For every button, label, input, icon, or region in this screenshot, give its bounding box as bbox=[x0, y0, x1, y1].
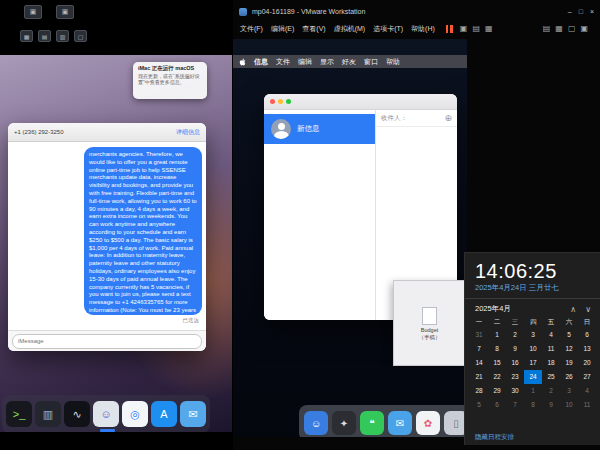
vmware-titlebar: mp04-161189 - VMware Workstation –□× bbox=[233, 5, 600, 18]
mac-menu-5[interactable]: 窗口 bbox=[364, 57, 378, 67]
finder-icon[interactable]: ☺ bbox=[304, 411, 328, 435]
calendar-day[interactable]: 10 bbox=[560, 398, 578, 412]
calendar-day[interactable]: 30 bbox=[506, 384, 524, 398]
calendar-day[interactable]: 8 bbox=[524, 398, 542, 412]
calendar-day[interactable]: 16 bbox=[506, 356, 524, 370]
conversation-item-new-message[interactable]: 新信息 bbox=[264, 114, 375, 144]
calendar-day[interactable]: 2 bbox=[542, 384, 560, 398]
revert-snapshot-icon[interactable]: ▤ bbox=[472, 24, 480, 33]
calendar-day[interactable]: 31 bbox=[470, 328, 488, 342]
add-recipient-icon[interactable]: ⊕ bbox=[444, 113, 452, 123]
calendar-day[interactable]: 23 bbox=[506, 370, 524, 384]
mail-icon[interactable]: ✉ bbox=[180, 401, 206, 427]
calendar-day[interactable]: 1 bbox=[524, 384, 542, 398]
messages-icon[interactable]: ❝ bbox=[360, 411, 384, 435]
pause-vm-icon[interactable] bbox=[446, 25, 453, 33]
calendar-day[interactable]: 27 bbox=[578, 370, 596, 384]
calendar-day[interactable]: 13 bbox=[578, 342, 596, 356]
imessage-input[interactable] bbox=[12, 334, 202, 349]
close-button[interactable] bbox=[270, 99, 275, 104]
mail-icon[interactable]: ✉ bbox=[388, 411, 412, 435]
unity-icon[interactable]: ▣ bbox=[580, 24, 588, 33]
calendar-day[interactable]: 7 bbox=[506, 398, 524, 412]
calendar-day[interactable]: 4 bbox=[542, 328, 560, 342]
finder-icon[interactable]: ☺ bbox=[93, 401, 119, 427]
zoom-button[interactable] bbox=[286, 99, 291, 104]
calendar-day[interactable]: 4 bbox=[578, 384, 596, 398]
vmware-menu-1[interactable]: 编辑(E) bbox=[271, 24, 294, 34]
minimize-button[interactable]: – bbox=[568, 8, 572, 15]
calendar-day[interactable]: 20 bbox=[578, 356, 596, 370]
mac-menu-6[interactable]: 帮助 bbox=[386, 57, 400, 67]
apple-menu-icon[interactable] bbox=[239, 58, 248, 66]
calendar-day[interactable]: 7 bbox=[470, 342, 488, 356]
mac-menu-3[interactable]: 显示 bbox=[320, 57, 334, 67]
calendar-day[interactable]: 25 bbox=[542, 370, 560, 384]
calendar-day-selected[interactable]: 24 bbox=[524, 370, 542, 384]
app-store-icon[interactable]: A bbox=[151, 401, 177, 427]
calendar-day[interactable]: 17 bbox=[524, 356, 542, 370]
details-button[interactable]: 详细信息 bbox=[176, 128, 200, 137]
agenda-link[interactable]: 隐藏日程安排 bbox=[475, 433, 514, 440]
document-icon[interactable] bbox=[422, 307, 437, 325]
close-button[interactable]: × bbox=[590, 8, 594, 15]
recipient-input[interactable] bbox=[410, 114, 441, 123]
mac-menu-0[interactable]: 信息 bbox=[254, 57, 268, 67]
vmware-menu-3[interactable]: 虚拟机(M) bbox=[334, 24, 366, 34]
maximize-button[interactable]: □ bbox=[579, 8, 583, 15]
calendar-day[interactable]: 5 bbox=[470, 398, 488, 412]
calendar-day[interactable]: 11 bbox=[578, 398, 596, 412]
minimize-button[interactable] bbox=[278, 99, 283, 104]
thumbnail-bar-icon[interactable]: ▦ bbox=[555, 24, 563, 33]
calendar-day[interactable]: 9 bbox=[506, 342, 524, 356]
macos-notification[interactable]: iMac 正在运行 macOS 现在更新，或在“系统偏好设置”中查看更多信息。 bbox=[133, 62, 207, 99]
calendar-day[interactable]: 28 bbox=[470, 384, 488, 398]
calendar-day[interactable]: 6 bbox=[488, 398, 506, 412]
photos-icon[interactable]: ✿ bbox=[416, 411, 440, 435]
calendar-day[interactable]: 10 bbox=[524, 342, 542, 356]
calendar-day[interactable]: 15 bbox=[488, 356, 506, 370]
calendar-day[interactable]: 3 bbox=[560, 384, 578, 398]
vmware-menu-2[interactable]: 查看(V) bbox=[302, 24, 325, 34]
calendar-day[interactable]: 9 bbox=[542, 398, 560, 412]
calendar-day[interactable]: 21 bbox=[470, 370, 488, 384]
calendar-day[interactable]: 3 bbox=[524, 328, 542, 342]
calendar-day[interactable]: 19 bbox=[560, 356, 578, 370]
calendar-day[interactable]: 11 bbox=[542, 342, 560, 356]
calendar-day[interactable]: 14 bbox=[470, 356, 488, 370]
calendar-next-icon[interactable]: ∨ bbox=[585, 305, 591, 314]
calendar-day[interactable]: 29 bbox=[488, 384, 506, 398]
calendar-day[interactable]: 18 bbox=[542, 356, 560, 370]
terminal-icon[interactable]: >_ bbox=[6, 401, 32, 427]
host-toolbar-icon[interactable]: ▥ bbox=[56, 30, 69, 42]
activity-monitor-icon[interactable]: ∿ bbox=[64, 401, 90, 427]
calendar-day[interactable]: 1 bbox=[488, 328, 506, 342]
calendar-day[interactable]: 26 bbox=[560, 370, 578, 384]
host-toolbar-icon[interactable]: ▤ bbox=[38, 30, 51, 42]
vmware-menu-4[interactable]: 选项卡(T) bbox=[373, 24, 403, 34]
mac-menu-1[interactable]: 文件 bbox=[276, 57, 290, 67]
snapshot-icon[interactable]: ▣ bbox=[460, 24, 468, 33]
calendar-day[interactable]: 6 bbox=[578, 328, 596, 342]
console-view-icon[interactable]: ▤ bbox=[543, 24, 551, 33]
vm-window-icon[interactable]: ▣ bbox=[24, 5, 42, 19]
launchpad-icon[interactable]: ✦ bbox=[332, 411, 356, 435]
clock-date[interactable]: 2025年4月24日 三月廿七 bbox=[475, 283, 600, 293]
calendar-day[interactable]: 8 bbox=[488, 342, 506, 356]
vm-window-icon[interactable]: ▣ bbox=[56, 5, 74, 19]
vmware-menu-5[interactable]: 帮助(H) bbox=[411, 24, 435, 34]
vm-settings-icon[interactable]: ▦ bbox=[485, 24, 493, 33]
calendar-day[interactable]: 12 bbox=[560, 342, 578, 356]
calendar-day[interactable]: 5 bbox=[560, 328, 578, 342]
calendar-prev-icon[interactable]: ∧ bbox=[570, 305, 576, 314]
mac-menu-2[interactable]: 编辑 bbox=[298, 57, 312, 67]
monitor-icon[interactable]: ▥ bbox=[35, 401, 61, 427]
calendar-day[interactable]: 22 bbox=[488, 370, 506, 384]
host-toolbar-icon[interactable]: ▢ bbox=[74, 30, 87, 42]
safari-icon[interactable]: ◎ bbox=[122, 401, 148, 427]
fullscreen-icon[interactable]: ▢ bbox=[568, 24, 576, 33]
vmware-menu-0[interactable]: 文件(F) bbox=[240, 24, 263, 34]
mac-menu-4[interactable]: 好友 bbox=[342, 57, 356, 67]
calendar-day[interactable]: 2 bbox=[506, 328, 524, 342]
host-toolbar-icon[interactable]: ▦ bbox=[20, 30, 33, 42]
